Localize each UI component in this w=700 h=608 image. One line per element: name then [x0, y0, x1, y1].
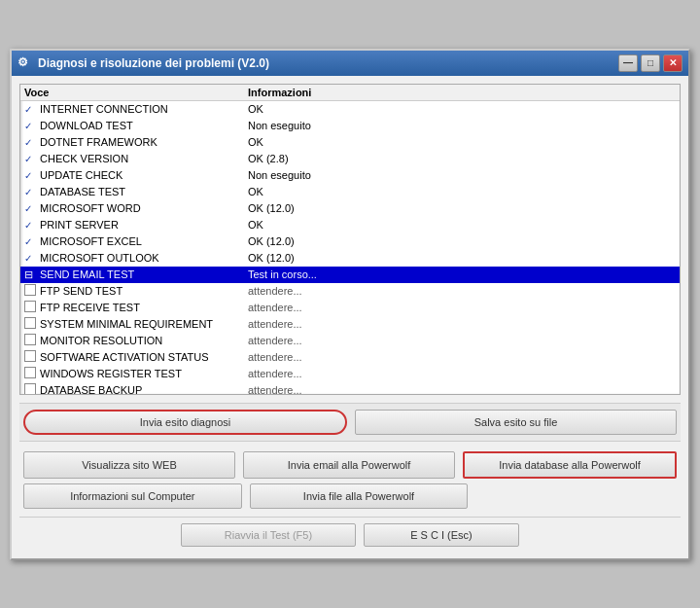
list-item[interactable]: ✓ INTERNET CONNECTION OK: [20, 101, 680, 118]
visualizza-sito-button[interactable]: Visualizza sito WEB: [23, 451, 235, 479]
item-voce: MONITOR RESOLUTION: [40, 335, 248, 346]
list-item[interactable]: FTP RECEIVE TEST attendere...: [20, 300, 680, 316]
item-info: OK: [248, 136, 676, 148]
esci-button[interactable]: E S C I (Esc): [364, 523, 519, 547]
list-item[interactable]: ✓ DATABASE TEST OK: [20, 184, 680, 200]
item-voce: DATABASE TEST: [40, 186, 248, 197]
item-info: Non eseguito: [248, 120, 676, 131]
item-info: OK (12.0): [248, 235, 676, 247]
list-item[interactable]: SOFTWARE ACTIVATION STATUS attendere...: [20, 349, 680, 366]
item-voce: DATABASE BACKUP: [40, 384, 248, 395]
item-info: OK: [248, 186, 676, 197]
header-informazioni: Informazioni: [248, 87, 676, 98]
item-voce: SYSTEM MINIMAL REQUIREMENT: [40, 318, 248, 330]
item-info: OK (12.0): [248, 202, 676, 214]
checkbox-icon: [24, 317, 40, 331]
item-voce: WINDOWS REGISTER TEST: [40, 368, 248, 379]
item-info: Non eseguito: [248, 169, 676, 181]
list-item[interactable]: WINDOWS REGISTER TEST attendere...: [20, 366, 680, 382]
close-button[interactable]: ✕: [663, 54, 682, 72]
check-icon: ✓: [24, 170, 40, 181]
window-title: Diagnosi e risoluzione dei problemi (V2.…: [38, 56, 269, 70]
check-icon: ✓: [24, 187, 40, 197]
list-header: Voce Informazioni: [20, 85, 680, 101]
item-info: attendere...: [248, 368, 676, 379]
header-voce: Voce: [24, 87, 248, 98]
checkbox-icon: [24, 334, 40, 347]
check-icon: ✓: [24, 154, 40, 164]
checkbox-icon: [24, 367, 40, 380]
item-info: attendere...: [248, 384, 676, 395]
list-item[interactable]: ✓ CHECK VERSION OK (2.8): [20, 151, 680, 167]
list-item[interactable]: ✓ MICROSOFT OUTLOOK OK (12.0): [20, 250, 680, 267]
item-voce: MICROSOFT EXCEL: [40, 235, 248, 247]
list-item[interactable]: ✓ MICROSOFT WORD OK (12.0): [20, 200, 680, 217]
loading-icon: ⊟: [24, 268, 40, 281]
item-info: OK: [248, 219, 676, 231]
list-item[interactable]: MONITOR RESOLUTION attendere...: [20, 333, 680, 349]
item-info: attendere...: [248, 318, 676, 330]
list-item-selected[interactable]: ⊟ SEND EMAIL TEST Test in corso...: [20, 267, 680, 283]
minimize-button[interactable]: —: [618, 54, 638, 72]
item-voce: INTERNET CONNECTION: [40, 103, 248, 115]
check-icon: ✓: [24, 137, 40, 148]
app-icon: ⚙: [18, 55, 33, 71]
invia-esito-button[interactable]: Invia esito diagnosi: [23, 410, 347, 435]
title-bar: ⚙ Diagnosi e risoluzione dei problemi (V…: [12, 51, 688, 76]
item-info: attendere...: [248, 335, 676, 346]
riavvia-button[interactable]: Riavvia il Test (F5): [181, 523, 356, 547]
item-info: attendere...: [248, 285, 676, 297]
item-info: Test in corso...: [248, 268, 676, 280]
checkbox-icon: [24, 350, 40, 364]
list-item[interactable]: ✓ PRINT SERVER OK: [20, 217, 680, 233]
list-item[interactable]: ✓ DOWNLOAD TEST Non eseguito: [20, 118, 680, 134]
list-item[interactable]: SYSTEM MINIMAL REQUIREMENT attendere...: [20, 316, 680, 333]
item-info: attendere...: [248, 302, 676, 313]
check-icon: ✓: [24, 203, 40, 214]
item-voce: SOFTWARE ACTIVATION STATUS: [40, 351, 248, 363]
list-item[interactable]: ✓ UPDATE CHECK Non eseguito: [20, 167, 680, 184]
item-voce: UPDATE CHECK: [40, 169, 248, 181]
check-icon: ✓: [24, 253, 40, 264]
diagnostics-list[interactable]: Voce Informazioni ✓ INTERNET CONNECTION …: [19, 84, 681, 395]
item-info: OK (12.0): [248, 252, 676, 264]
item-voce: MICROSOFT OUTLOOK: [40, 252, 248, 264]
invia-email-button[interactable]: Invia email alla Powerwolf: [243, 451, 455, 479]
title-bar-left: ⚙ Diagnosi e risoluzione dei problemi (V…: [18, 55, 269, 71]
item-voce: SEND EMAIL TEST: [40, 268, 248, 280]
checkbox-icon: [24, 301, 40, 314]
list-item[interactable]: ✓ DOTNET FRAMEWORK OK: [20, 134, 680, 151]
item-voce: FTP RECEIVE TEST: [40, 302, 248, 313]
check-icon: ✓: [24, 236, 40, 247]
check-icon: ✓: [24, 104, 40, 115]
list-item[interactable]: DATABASE BACKUP attendere...: [20, 382, 680, 395]
item-voce: MICROSOFT WORD: [40, 202, 248, 214]
item-voce: DOWNLOAD TEST: [40, 120, 248, 131]
checkbox-icon: [24, 383, 40, 395]
list-item[interactable]: FTP SEND TEST attendere...: [20, 283, 680, 300]
salva-esito-button[interactable]: Salva esito su file: [355, 410, 677, 435]
check-icon: ✓: [24, 220, 40, 231]
list-item[interactable]: ✓ MICROSOFT EXCEL OK (12.0): [20, 233, 680, 250]
item-info: OK (2.8): [248, 153, 676, 164]
main-window: ⚙ Diagnosi e risoluzione dei problemi (V…: [10, 49, 690, 560]
invia-database-button[interactable]: Invia database alla Powerwolf: [463, 451, 677, 479]
invia-file-button[interactable]: Invia file alla Powerwolf: [250, 483, 469, 509]
item-info: OK: [248, 103, 676, 115]
item-voce: FTP SEND TEST: [40, 285, 248, 297]
item-info: attendere...: [248, 351, 676, 363]
checkbox-icon: [24, 284, 40, 298]
item-voce: DOTNET FRAMEWORK: [40, 136, 248, 148]
informazioni-button[interactable]: Informazioni sul Computer: [23, 483, 242, 509]
maximize-button[interactable]: □: [641, 54, 660, 72]
title-controls: — □ ✕: [618, 54, 682, 72]
item-voce: CHECK VERSION: [40, 153, 248, 164]
check-icon: ✓: [24, 121, 40, 131]
item-voce: PRINT SERVER: [40, 219, 248, 231]
window-content: Voce Informazioni ✓ INTERNET CONNECTION …: [12, 76, 688, 558]
